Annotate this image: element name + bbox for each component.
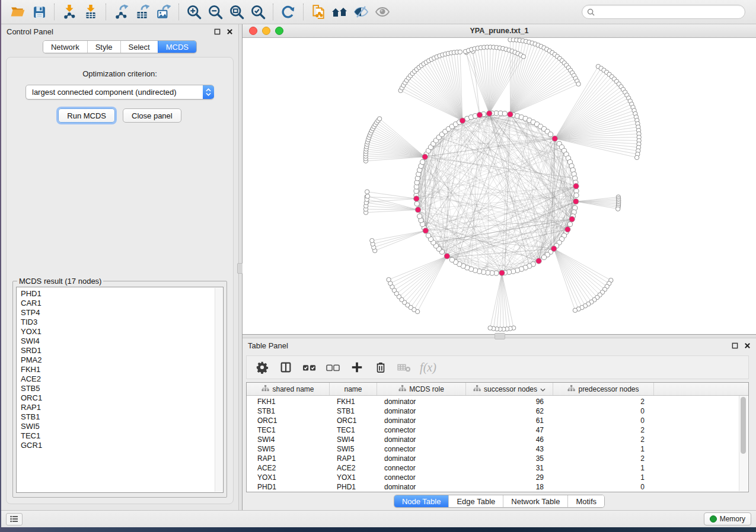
- list-item[interactable]: YOX1: [21, 327, 223, 336]
- tab-edge-table[interactable]: Edge Table: [448, 495, 503, 507]
- delete-column-icon[interactable]: [369, 357, 393, 377]
- mcds-hub-node[interactable]: [565, 227, 570, 232]
- graph-node[interactable]: [567, 222, 572, 226]
- table-row[interactable]: FKH1FKH1dominator962: [247, 397, 748, 406]
- mcds-hub-node[interactable]: [477, 112, 482, 117]
- export-network-icon[interactable]: [112, 3, 130, 21]
- mcds-hub-node[interactable]: [551, 246, 556, 251]
- column-header-shared-name[interactable]: shared name: [247, 383, 330, 395]
- list-item[interactable]: FKH1: [21, 365, 223, 374]
- run-mcds-button[interactable]: Run MCDS: [58, 108, 115, 123]
- graph-leaf-node[interactable]: [634, 155, 639, 159]
- deselect-all-icon[interactable]: [321, 357, 345, 377]
- zoom-selected-icon[interactable]: [249, 3, 267, 21]
- column-header-successor-nodes[interactable]: successor nodes: [466, 383, 553, 395]
- network-canvas[interactable]: [243, 38, 756, 334]
- list-item[interactable]: PHD1: [21, 289, 223, 299]
- open-file-icon[interactable]: [9, 3, 27, 21]
- tab-motifs[interactable]: Motifs: [567, 495, 604, 507]
- list-scrollbar[interactable]: [215, 288, 222, 492]
- splitter-grip[interactable]: [495, 333, 505, 339]
- list-item[interactable]: STP4: [21, 308, 223, 318]
- horizontal-splitter[interactable]: [243, 334, 756, 338]
- refresh-icon[interactable]: [279, 3, 297, 21]
- column-header-predecessor-nodes[interactable]: predecessor nodes: [553, 383, 654, 395]
- graph-leaf-node[interactable]: [521, 55, 525, 59]
- column-header-MCDS-role[interactable]: MCDS role: [377, 383, 466, 395]
- scrollbar-thumb[interactable]: [741, 397, 746, 454]
- zoom-out-icon[interactable]: [206, 3, 224, 21]
- table-row[interactable]: ACE2ACE2connector311: [247, 463, 748, 473]
- mcds-hub-node[interactable]: [499, 270, 505, 275]
- list-item[interactable]: GCR1: [21, 441, 223, 450]
- search-box[interactable]: [582, 5, 745, 19]
- table-row[interactable]: TEC1TEC1connector472: [247, 425, 748, 435]
- zoom-in-icon[interactable]: [185, 3, 203, 21]
- table-scrollbar[interactable]: [739, 396, 748, 491]
- list-item[interactable]: TEC1: [21, 431, 223, 441]
- mcds-hub-node[interactable]: [444, 254, 449, 259]
- graph-leaf-node[interactable]: [365, 194, 369, 198]
- close-panel-icon[interactable]: [744, 342, 751, 350]
- optimization-criterion-select[interactable]: largest connected component (undirected): [25, 85, 214, 100]
- export-image-icon[interactable]: [155, 3, 173, 21]
- graph-node[interactable]: [417, 214, 422, 219]
- network-graph[interactable]: [243, 38, 756, 334]
- hide-graphics-details-icon[interactable]: [352, 3, 370, 21]
- float-panel-icon[interactable]: [731, 342, 738, 350]
- graph-leaf-node[interactable]: [387, 277, 391, 281]
- graph-node[interactable]: [449, 257, 454, 262]
- graph-node[interactable]: [548, 132, 553, 137]
- graph-node[interactable]: [426, 233, 430, 238]
- search-input[interactable]: [598, 7, 740, 17]
- graph-node[interactable]: [414, 201, 419, 206]
- graph-leaf-node[interactable]: [615, 207, 620, 211]
- mcds-hub-node[interactable]: [573, 184, 579, 189]
- mcds-hub-node[interactable]: [552, 136, 557, 141]
- list-item[interactable]: STB1: [21, 412, 223, 422]
- table-row[interactable]: STB1STB1dominator620: [247, 406, 748, 416]
- table-row[interactable]: ORC1ORC1dominator610: [247, 416, 748, 425]
- tab-node-table[interactable]: Node Table: [394, 495, 449, 507]
- list-item[interactable]: SWI5: [21, 422, 223, 431]
- table-row[interactable]: PHD1PHD1dominator180: [247, 482, 748, 492]
- list-item[interactable]: RAP1: [21, 403, 223, 412]
- home-networks-icon[interactable]: [331, 3, 349, 21]
- tab-style[interactable]: Style: [87, 41, 120, 53]
- select-all-icon[interactable]: [298, 357, 321, 377]
- float-panel-icon[interactable]: [213, 28, 221, 36]
- graph-leaf-node[interactable]: [573, 308, 577, 312]
- table-row[interactable]: RAP1RAP1dominator352: [247, 454, 748, 463]
- save-session-icon[interactable]: [30, 3, 48, 21]
- import-table-icon[interactable]: [82, 3, 100, 21]
- vertical-splitter[interactable]: [238, 24, 243, 510]
- graph-node[interactable]: [420, 159, 425, 164]
- mcds-hub-node[interactable]: [536, 258, 541, 264]
- list-item[interactable]: PMA2: [21, 355, 223, 365]
- graph-node[interactable]: [541, 255, 546, 259]
- tab-network-table[interactable]: Network Table: [503, 495, 567, 507]
- mcds-hub-node[interactable]: [422, 154, 428, 159]
- memory-button[interactable]: Memory: [704, 512, 751, 525]
- import-network-icon[interactable]: [60, 3, 78, 21]
- tab-select[interactable]: Select: [120, 41, 158, 53]
- graph-leaf-node[interactable]: [365, 190, 369, 194]
- list-item[interactable]: SWI4: [21, 336, 223, 346]
- tab-mcds[interactable]: MCDS: [158, 41, 196, 53]
- ndex-export-icon[interactable]: [310, 3, 327, 21]
- list-item[interactable]: SRD1: [21, 346, 223, 355]
- column-header-name[interactable]: name: [330, 383, 377, 395]
- show-graphics-details-icon[interactable]: [374, 3, 391, 21]
- graph-leaf-node[interactable]: [488, 326, 492, 330]
- table-row[interactable]: SWI5SWI5connector431: [247, 444, 748, 454]
- table-row[interactable]: YOX1YOX1connector291: [247, 473, 748, 482]
- list-item[interactable]: ORC1: [21, 393, 223, 403]
- split-table-icon[interactable]: [274, 357, 298, 377]
- list-item[interactable]: ACE2: [21, 374, 223, 384]
- graph-leaf-node[interactable]: [370, 238, 374, 242]
- export-table-icon[interactable]: [133, 3, 151, 21]
- mcds-result-list[interactable]: PHD1CAR1STP4TID3YOX1SWI4SRD1PMA2FKH1ACE2…: [16, 287, 224, 493]
- table-settings-icon[interactable]: [250, 357, 274, 377]
- list-item[interactable]: STB5: [21, 384, 223, 393]
- mcds-hub-node[interactable]: [573, 198, 579, 204]
